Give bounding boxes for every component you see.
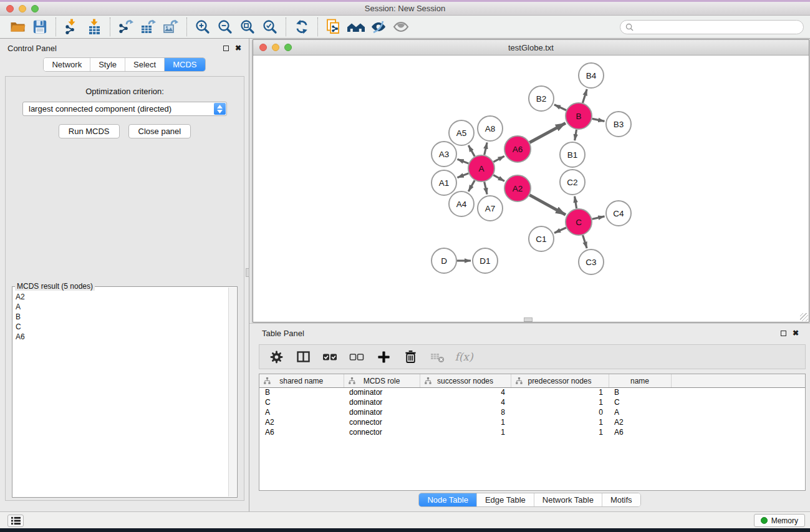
edge-B-B4[interactable] — [582, 89, 587, 103]
edge-B-B2[interactable] — [554, 105, 566, 110]
edge-C-C3[interactable] — [583, 235, 587, 248]
edge-A-A5[interactable] — [468, 145, 475, 157]
edge-C-C2[interactable] — [575, 196, 577, 209]
edge-A-A4[interactable] — [468, 180, 475, 191]
zoom-selected-button[interactable] — [259, 17, 281, 37]
show-panels-button[interactable] — [390, 17, 412, 37]
hide-panels-button[interactable] — [367, 17, 390, 37]
network-canvas[interactable]: AA1A2A3A4A5A6A7A8BB1B2B3B4CC1C2C3C4DD1 — [253, 56, 809, 322]
cell[interactable]: C — [609, 397, 671, 407]
import-table-button[interactable] — [83, 17, 105, 37]
search-input[interactable] — [637, 22, 803, 33]
cell[interactable]: 4 — [420, 397, 511, 407]
tab-style[interactable]: Style — [90, 58, 125, 71]
window-resize-grip[interactable] — [800, 313, 808, 321]
show-column-button[interactable] — [292, 347, 314, 366]
mcds-result-list[interactable]: A2ABCA6 — [13, 288, 228, 496]
edge-B-B3[interactable] — [592, 118, 605, 121]
tab-mcds[interactable]: MCDS — [164, 58, 205, 71]
cell[interactable]: A — [609, 407, 671, 417]
create-column-button[interactable] — [373, 347, 394, 366]
home-panes-button[interactable] — [345, 17, 367, 37]
edge-A-A6[interactable] — [493, 156, 504, 162]
cell[interactable]: 1 — [511, 417, 609, 427]
mcds-result-item[interactable]: A6 — [16, 332, 226, 342]
cell[interactable]: C — [259, 397, 344, 407]
edge-A-A2[interactable] — [493, 175, 504, 181]
cell[interactable]: B — [609, 387, 671, 397]
cell[interactable]: 1 — [511, 387, 609, 397]
cell[interactable]: 4 — [420, 387, 511, 397]
mcds-result-item[interactable]: A — [16, 302, 226, 312]
mcds-result-item[interactable]: B — [16, 312, 226, 322]
cell[interactable]: dominator — [344, 387, 420, 397]
cell[interactable]: connector — [344, 417, 420, 427]
export-image-button[interactable] — [160, 17, 182, 37]
tab-select[interactable]: Select — [125, 58, 164, 71]
tab-node-table[interactable]: Node Table — [419, 493, 476, 506]
float-panel-icon[interactable] — [223, 46, 229, 51]
optimization-criterion-select[interactable]: largest connected component (directed) — [22, 102, 227, 116]
table-row[interactable]: Bdominator41B — [259, 387, 805, 397]
cell[interactable]: A2 — [259, 417, 344, 427]
tab-motifs[interactable]: Motifs — [602, 493, 640, 506]
mcds-result-item[interactable]: C — [16, 322, 226, 332]
edge-C-C4[interactable] — [592, 216, 604, 219]
cell[interactable]: 1 — [420, 417, 511, 427]
task-history-button[interactable] — [7, 515, 24, 527]
table-row[interactable]: A6connector11A6 — [259, 427, 805, 437]
tab-edge-table[interactable]: Edge Table — [476, 493, 534, 506]
cell[interactable]: dominator — [344, 407, 420, 417]
table-header-row[interactable]: shared nameMCDS rolesuccessor nodesprede… — [259, 374, 805, 387]
search-field[interactable] — [620, 20, 804, 34]
close-panel-button[interactable]: Close panel — [128, 124, 191, 138]
refresh-view-button[interactable] — [291, 17, 313, 37]
column-header-predecessor-nodes[interactable]: predecessor nodes — [511, 374, 609, 387]
export-network-button[interactable] — [115, 17, 137, 37]
cell[interactable]: dominator — [344, 397, 420, 407]
zoom-out-button[interactable] — [214, 17, 236, 37]
cell[interactable]: A6 — [609, 427, 671, 437]
float-table-panel-icon[interactable] — [781, 331, 786, 336]
cell[interactable]: 0 — [511, 407, 609, 417]
select-all-columns-button[interactable] — [319, 347, 340, 366]
cell[interactable]: B — [259, 387, 344, 397]
column-header-successor-nodes[interactable]: successor nodes — [420, 374, 511, 387]
mcds-result-item[interactable]: A2 — [16, 292, 226, 302]
edge-A-A8[interactable] — [485, 142, 487, 155]
edge-A-A3[interactable] — [457, 159, 468, 163]
column-header-MCDS-role[interactable]: MCDS role — [344, 374, 420, 387]
cell[interactable]: connector — [344, 427, 420, 437]
column-header-shared-name[interactable]: shared name — [259, 374, 344, 387]
split-divider-handle-horizontal[interactable] — [524, 317, 533, 322]
edge-B-B1[interactable] — [575, 130, 577, 141]
new-network-from-selection-button[interactable] — [322, 17, 345, 37]
close-table-panel-icon[interactable]: ✖ — [793, 329, 799, 337]
close-panel-icon[interactable]: ✖ — [235, 44, 241, 52]
run-mcds-button[interactable]: Run MCDS — [59, 124, 120, 138]
cell[interactable]: A2 — [609, 417, 671, 427]
save-session-button[interactable] — [29, 17, 51, 37]
zoom-fit-button[interactable] — [236, 17, 259, 37]
column-settings-button[interactable] — [266, 347, 287, 366]
edge-C-C1[interactable] — [554, 228, 566, 233]
open-session-button[interactable] — [6, 17, 29, 37]
edge-A6-B[interactable] — [529, 123, 566, 142]
table-row[interactable]: A2connector11A2 — [259, 417, 805, 427]
cell[interactable]: A6 — [259, 427, 344, 437]
export-table-button[interactable] — [137, 17, 160, 37]
cell[interactable]: A — [259, 407, 344, 417]
tab-network-table[interactable]: Network Table — [534, 493, 602, 506]
cell[interactable]: 1 — [420, 427, 511, 437]
cell[interactable]: 1 — [511, 397, 609, 407]
mcds-result-scrollbar[interactable] — [228, 288, 236, 496]
import-network-button[interactable] — [60, 17, 83, 37]
delete-column-button[interactable] — [400, 347, 421, 366]
edge-A2-C[interactable] — [529, 195, 566, 215]
table-row[interactable]: Cdominator41C — [259, 397, 805, 407]
deselect-all-columns-button[interactable] — [346, 347, 367, 366]
cell[interactable]: 1 — [511, 427, 609, 437]
cell[interactable]: 8 — [420, 407, 511, 417]
column-header-name[interactable]: name — [609, 374, 671, 387]
edge-A-A7[interactable] — [485, 181, 487, 194]
